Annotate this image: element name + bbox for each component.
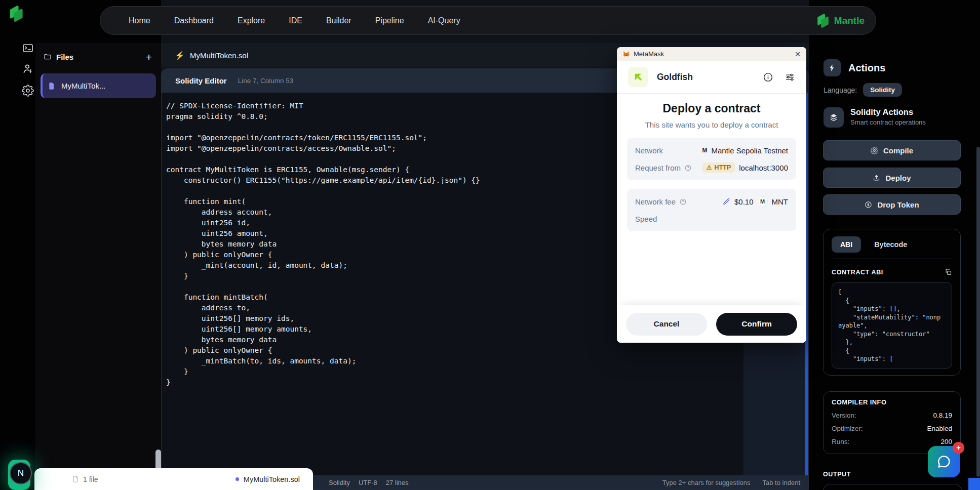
status-left-group: Solidity UTF-8 27 lines xyxy=(329,475,409,489)
deploy-button[interactable]: Deploy xyxy=(823,168,961,188)
section-subtitle: Smart contract operations xyxy=(850,118,926,126)
nav-item-pipeline[interactable]: Pipeline xyxy=(375,16,404,25)
goldfish-logo-icon xyxy=(628,67,648,87)
compiler-row-version: Version: 0.8.19 xyxy=(832,412,952,419)
nextjs-badge[interactable]: N xyxy=(10,462,32,484)
network-label: Network xyxy=(635,146,663,155)
request-row: Request from ⚠ HTTP localhost:3000 xyxy=(635,159,788,176)
upload-icon xyxy=(873,174,880,182)
confirm-button[interactable]: Confirm xyxy=(716,313,797,336)
speed-row: Speed xyxy=(635,210,788,227)
nav-item-ai-query[interactable]: AI-Query xyxy=(428,16,460,25)
request-value: localhost:3000 xyxy=(739,164,788,172)
compile-gear-icon xyxy=(871,147,878,154)
settings-gear-icon[interactable] xyxy=(22,85,34,97)
copy-icon[interactable] xyxy=(945,268,952,276)
status-hint-suggestions: Type 2+ chars for suggestions xyxy=(662,479,751,486)
bolt-icon: ⚡ xyxy=(175,51,185,60)
files-footer: 1 file MyMultiToken.sol xyxy=(34,468,313,490)
user-bolt-icon[interactable] xyxy=(22,63,34,75)
add-file-button[interactable]: + xyxy=(146,52,152,62)
network-row: Network M Mantle Sepolia Testnet xyxy=(635,142,788,159)
fee-card: Network fee $0.10 M MNT xyxy=(627,189,796,231)
edit-fee-icon[interactable] xyxy=(723,198,730,206)
terminal-icon[interactable] xyxy=(22,42,34,54)
status-language: Solidity xyxy=(329,479,350,486)
file-icon xyxy=(48,81,56,91)
tab-bytecode[interactable]: Bytecode xyxy=(874,240,907,249)
info-icon[interactable] xyxy=(763,72,773,83)
status-hint-indent: Tab to indent xyxy=(763,479,800,486)
mnt-token-icon: M xyxy=(758,196,768,207)
request-label: Request from xyxy=(635,164,681,172)
mantle-logo-icon[interactable] xyxy=(8,4,24,24)
fee-token: MNT xyxy=(772,197,789,206)
header-icons xyxy=(763,72,795,83)
mantle-mark: M xyxy=(702,147,708,154)
files-header-label: Files xyxy=(56,53,73,61)
fee-usd: $0.10 xyxy=(734,197,754,206)
top-nav: Home Dashboard Explore IDE Builder Pipel… xyxy=(100,6,876,35)
close-icon[interactable]: ✕ xyxy=(795,50,801,58)
fee-help-icon[interactable] xyxy=(679,198,687,206)
files-header: Files + xyxy=(35,43,161,70)
nav-item-ide[interactable]: IDE xyxy=(289,16,302,25)
output-card xyxy=(823,484,962,490)
compiler-info-heading: COMPILER INFO xyxy=(832,398,952,406)
active-file-dot xyxy=(236,477,239,481)
status-encoding: UTF-8 xyxy=(359,479,377,486)
nav-item-explore[interactable]: Explore xyxy=(238,16,265,25)
brand-link[interactable]: Mantle xyxy=(815,12,865,29)
code-line: ) public onlyOwner { xyxy=(166,345,739,356)
fee-label: Network fee xyxy=(635,197,676,206)
folder-icon xyxy=(44,53,52,61)
compiler-row-runs: Runs: 200 xyxy=(832,438,952,445)
output-heading: OUTPUT xyxy=(823,471,851,478)
metamask-fox-icon xyxy=(622,51,630,58)
chat-notification-badge[interactable] xyxy=(953,442,964,454)
active-file-group: MyMultiToken.sol xyxy=(236,475,300,483)
spark-icon xyxy=(824,59,841,76)
cancel-button[interactable]: Cancel xyxy=(626,313,707,336)
abi-tabs: ABI Bytecode xyxy=(832,236,952,259)
nav-item-builder[interactable]: Builder xyxy=(326,16,351,25)
brand-name: Mantle xyxy=(834,15,865,26)
network-value: Mantle Sepolia Testnet xyxy=(712,146,789,155)
deploy-heading: Deploy a contract xyxy=(617,102,806,115)
account-header: Goldfish xyxy=(617,61,806,94)
nav-item-home[interactable]: Home xyxy=(129,16,150,25)
file-item-mymultitoken[interactable]: MyMultiTok... xyxy=(41,73,156,98)
abi-card: ABI Bytecode CONTRACT ABI [ { "inputs": … xyxy=(823,229,961,376)
contract-abi-heading: CONTRACT ABI xyxy=(832,269,883,276)
contract-abi-code[interactable]: [ { "inputs": [], "stateMutability": "no… xyxy=(832,282,952,369)
nav-item-dashboard[interactable]: Dashboard xyxy=(174,16,214,25)
document-icon xyxy=(72,475,79,483)
speed-label: Speed xyxy=(635,215,657,223)
fee-row: Network fee $0.10 M MNT xyxy=(635,193,788,210)
cursor-position: Line 7, Column 53 xyxy=(238,77,294,85)
section-title: Solidity Actions xyxy=(850,107,926,117)
language-row: Language: Solidity xyxy=(824,83,902,97)
dollar-circle-icon: $ xyxy=(865,201,872,209)
compiler-row-optimizer: Optimizer: Enabled xyxy=(832,425,952,432)
chat-bubble-icon xyxy=(936,454,952,469)
actions-title: Actions xyxy=(848,62,885,74)
help-icon[interactable] xyxy=(684,164,692,172)
active-file-name: MyMultiToken.sol xyxy=(244,475,300,483)
status-right-group: Type 2+ chars for suggestions Tab to ind… xyxy=(662,475,800,489)
metamask-titlebar: MetaMask ✕ xyxy=(617,47,806,61)
editor-tab[interactable]: MyMultiToken.sol xyxy=(190,51,248,60)
editor-title: Solidity Editor xyxy=(175,76,227,85)
settings-sliders-icon[interactable] xyxy=(785,72,795,83)
metamask-window-title: MetaMask xyxy=(634,50,664,58)
abi-head-row: CONTRACT ABI xyxy=(832,268,952,276)
drop-token-button[interactable]: $ Drop Token xyxy=(823,194,961,215)
files-sidebar: Files + MyMultiTok... xyxy=(35,43,161,490)
page-scrollbar-thumb[interactable] xyxy=(976,147,980,477)
tab-abi[interactable]: ABI xyxy=(832,236,861,253)
code-line: _mintBatch(to, ids, amounts, data); xyxy=(166,356,739,366)
status-line-count: 27 lines xyxy=(386,479,409,486)
account-name: Goldfish xyxy=(657,72,693,83)
network-card: Network M Mantle Sepolia Testnet Request… xyxy=(627,138,796,180)
compile-button[interactable]: Compile xyxy=(823,140,961,160)
